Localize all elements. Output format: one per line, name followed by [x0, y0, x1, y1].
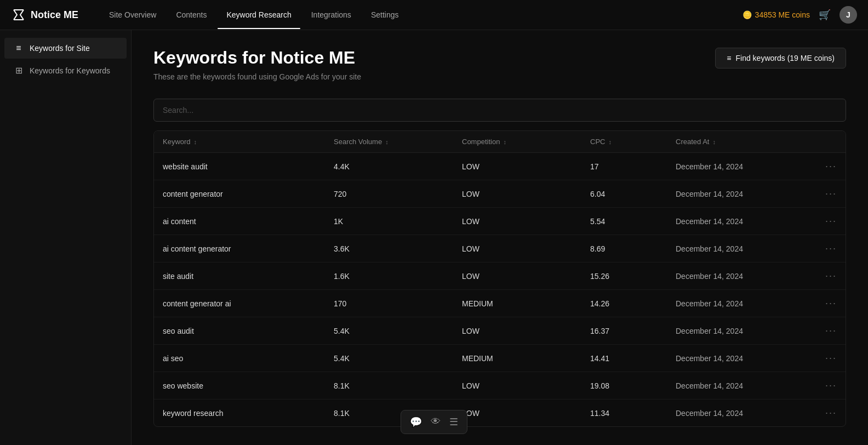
cell-keyword: website audit [163, 162, 334, 171]
cell-created-at: December 14, 2024 [676, 162, 804, 171]
keywords-table: Keyword ↕ Search Volume ↕ Competition ↕ … [153, 130, 846, 427]
row-actions-button[interactable]: ··· [804, 215, 837, 227]
cell-cpc: 6.04 [590, 190, 676, 198]
cell-competition: MEDIUM [462, 299, 590, 308]
cell-cpc: 17 [590, 162, 676, 171]
cell-keyword: seo audit [163, 327, 334, 335]
cart-icon[interactable]: 🛒 [819, 9, 831, 21]
nav-integrations[interactable]: Integrations [302, 6, 360, 24]
cell-cpc: 8.69 [590, 244, 676, 253]
cell-competition: LOW [462, 217, 590, 226]
main-layout: ≡ Keywords for Site ⊞ Keywords for Keywo… [0, 30, 868, 445]
avatar[interactable]: J [840, 6, 857, 24]
cell-search-volume: 5.4K [334, 327, 462, 335]
coins-amount: 34853 ME coins [755, 10, 810, 19]
col-competition[interactable]: Competition ↕ [462, 138, 590, 146]
cell-created-at: December 14, 2024 [676, 244, 804, 253]
cell-keyword: ai content generator [163, 244, 334, 253]
search-container [153, 99, 846, 122]
cell-keyword: ai seo [163, 354, 334, 363]
nav-keyword-research[interactable]: Keyword Research [218, 6, 300, 24]
sidebar-item-label: Keywords for Keywords [30, 66, 110, 75]
table-row: seo website 8.1K LOW 19.08 December 14, … [154, 372, 846, 400]
row-actions-button[interactable]: ··· [804, 325, 837, 336]
cell-cpc: 11.34 [590, 409, 676, 418]
sidebar-item-label: Keywords for Site [30, 44, 90, 53]
cell-search-volume: 4.4K [334, 162, 462, 171]
cell-keyword: content generator ai [163, 299, 334, 308]
comment-icon[interactable]: 💬 [410, 416, 422, 428]
nav-site-overview[interactable]: Site Overview [100, 6, 165, 24]
cell-search-volume: 1.6K [334, 272, 462, 281]
app-name: Notice ME [31, 9, 78, 21]
col-actions [804, 138, 837, 146]
find-keywords-label: Find keywords (19 ME coins) [735, 54, 835, 62]
sort-created-at-icon: ↕ [712, 139, 716, 145]
table-row: ai content generator 3.6K LOW 8.69 Decem… [154, 235, 846, 263]
nav-links: Site Overview Contents Keyword Research … [100, 6, 743, 24]
cell-keyword: seo website [163, 381, 334, 390]
main-content: Keywords for Notice ME These are the key… [132, 30, 868, 445]
bottom-toolbar: 💬 👁 ☰ [401, 410, 467, 434]
cell-keyword: ai content [163, 217, 334, 226]
row-actions-button[interactable]: ··· [804, 243, 837, 254]
nav-contents[interactable]: Contents [167, 6, 215, 24]
find-keywords-button[interactable]: ≡ Find keywords (19 ME coins) [715, 48, 846, 69]
cell-cpc: 14.41 [590, 354, 676, 363]
cell-created-at: December 14, 2024 [676, 190, 804, 198]
cell-competition: MEDIUM [462, 354, 590, 363]
table-row: site audit 1.6K LOW 15.26 December 14, 2… [154, 263, 846, 290]
col-created-at[interactable]: Created At ↕ [676, 138, 804, 146]
cell-cpc: 15.26 [590, 272, 676, 281]
page-title: Keywords for Notice ME [153, 48, 361, 68]
keywords-for-site-icon: ≡ [13, 43, 24, 53]
cell-competition: LOW [462, 409, 590, 418]
cell-cpc: 16.37 [590, 327, 676, 335]
row-actions-button[interactable]: ··· [804, 407, 837, 419]
cell-created-at: December 14, 2024 [676, 354, 804, 363]
sidebar-item-keywords-for-keywords[interactable]: ⊞ Keywords for Keywords [4, 60, 127, 81]
row-actions-button[interactable]: ··· [804, 161, 837, 172]
row-actions-button[interactable]: ··· [804, 270, 837, 282]
sort-search-volume-icon: ↕ [385, 139, 389, 145]
search-input[interactable] [153, 99, 846, 122]
col-search-volume[interactable]: Search Volume ↕ [334, 138, 462, 146]
sidebar-item-keywords-for-site[interactable]: ≡ Keywords for Site [4, 38, 127, 59]
nav-right: 🪙 34853 ME coins 🛒 J [743, 6, 857, 24]
cell-cpc: 19.08 [590, 381, 676, 390]
col-keyword[interactable]: Keyword ↕ [163, 138, 334, 146]
col-cpc[interactable]: CPC ↕ [590, 138, 676, 146]
list-icon[interactable]: ☰ [449, 416, 458, 428]
cell-cpc: 5.54 [590, 217, 676, 226]
table-row: ai content 1K LOW 5.54 December 14, 2024… [154, 208, 846, 235]
row-actions-button[interactable]: ··· [804, 380, 837, 391]
table-row: seo audit 5.4K LOW 16.37 December 14, 20… [154, 317, 846, 345]
cell-search-volume: 1K [334, 217, 462, 226]
cell-created-at: December 14, 2024 [676, 299, 804, 308]
cell-search-volume: 3.6K [334, 244, 462, 253]
table-body: website audit 4.4K LOW 17 December 14, 2… [154, 153, 846, 426]
view-icon[interactable]: 👁 [431, 416, 441, 428]
row-actions-button[interactable]: ··· [804, 298, 837, 309]
sidebar: ≡ Keywords for Site ⊞ Keywords for Keywo… [0, 30, 132, 445]
logo-area: Notice ME [11, 7, 78, 22]
cell-created-at: December 14, 2024 [676, 409, 804, 418]
cell-search-volume: 8.1K [334, 381, 462, 390]
coins-display: 🪙 34853 ME coins [743, 10, 810, 19]
cell-competition: LOW [462, 381, 590, 390]
cell-search-volume: 5.4K [334, 354, 462, 363]
sort-cpc-icon: ↕ [608, 139, 612, 145]
row-actions-button[interactable]: ··· [804, 188, 837, 199]
page-header: Keywords for Notice ME These are the key… [153, 48, 846, 81]
table-row: keyword research 8.1K LOW 11.34 December… [154, 400, 846, 426]
find-keywords-icon: ≡ [727, 54, 731, 62]
cell-created-at: December 14, 2024 [676, 272, 804, 281]
table-header: Keyword ↕ Search Volume ↕ Competition ↕ … [154, 131, 846, 153]
cell-keyword: keyword research [163, 409, 334, 418]
cell-cpc: 14.26 [590, 299, 676, 308]
sort-keyword-icon: ↕ [194, 139, 197, 145]
nav-settings[interactable]: Settings [362, 6, 408, 24]
table-row: content generator ai 170 MEDIUM 14.26 De… [154, 290, 846, 317]
cell-created-at: December 14, 2024 [676, 381, 804, 390]
row-actions-button[interactable]: ··· [804, 352, 837, 364]
